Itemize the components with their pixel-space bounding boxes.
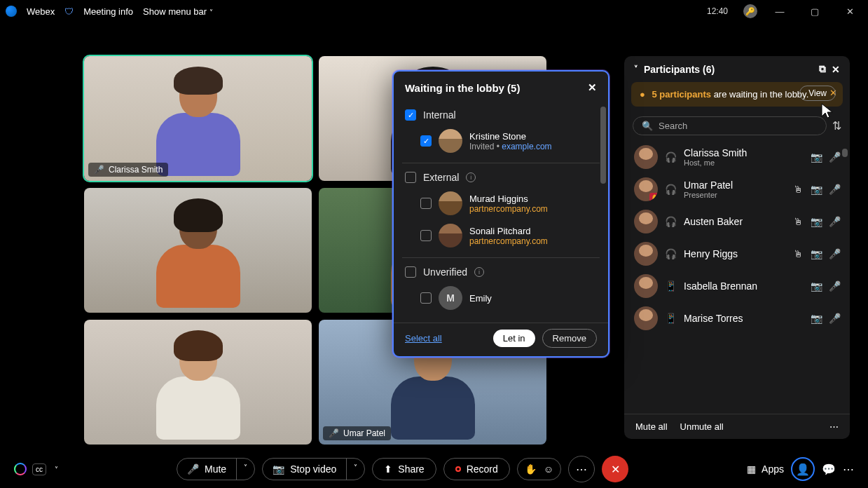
info-icon[interactable]: i — [474, 267, 484, 277]
checkbox-external[interactable] — [405, 172, 416, 183]
camera-icon[interactable]: 📷 — [811, 216, 822, 227]
mic-on-icon[interactable]: 🎤 — [829, 151, 840, 163]
participant-name: Austen Baker — [684, 216, 785, 227]
apps-grid-icon: ▦ — [747, 463, 756, 475]
mute-button[interactable]: 🎤Mute ˅ — [177, 458, 255, 480]
headset-icon: 🎧 — [665, 216, 677, 227]
participant-row[interactable]: 🎧 Clarissa SmithHost, me 📷 🎤 — [624, 141, 850, 173]
participants-close-button[interactable]: ✕ — [832, 64, 840, 75]
checkbox-unverified[interactable] — [405, 266, 416, 278]
domain-link[interactable]: example.com — [502, 142, 551, 151]
participant-sub: Host, me — [684, 158, 804, 167]
person-name: Murad Higgins — [469, 194, 548, 204]
bottom-more-icon[interactable]: ⋯ — [843, 463, 854, 476]
camera-icon[interactable]: 📷 — [811, 280, 822, 292]
info-icon[interactable]: i — [466, 172, 476, 182]
avatar-initial: M — [439, 286, 462, 310]
lobby-person-row[interactable]: Sonali Pitchard partnercompany.com — [405, 219, 597, 252]
participant-row[interactable]: 🎧 Henry Riggs 🖱 📷 🎤 — [624, 238, 850, 270]
clock: 12:40 — [707, 6, 728, 16]
meeting-shield-icon[interactable]: 🛡 — [64, 6, 74, 17]
record-icon — [455, 466, 461, 472]
avatar — [439, 129, 462, 153]
checkbox-internal[interactable]: ✓ — [405, 109, 416, 121]
more-options-button[interactable]: ⋯ — [568, 456, 595, 482]
domain-link[interactable]: partnercompany.com — [469, 204, 548, 214]
mouse-icon: 🖱 — [792, 216, 804, 227]
assistant-icon[interactable] — [14, 463, 27, 475]
share-button[interactable]: ⬆Share — [372, 458, 436, 480]
participants-toggle-button[interactable]: 👤 — [791, 457, 815, 481]
chat-button[interactable]: 💬 — [822, 463, 836, 476]
checkbox-person[interactable]: ✓ — [420, 135, 432, 147]
video-tile-clarissa[interactable]: 🎤Clarissa Smith — [84, 56, 312, 181]
stop-video-button[interactable]: 📷Stop video ˅ — [262, 458, 365, 480]
select-all-link[interactable]: Select all — [405, 333, 442, 344]
mute-options-chevron[interactable]: ˅ — [236, 459, 254, 480]
collapse-icon[interactable]: ˅ — [634, 65, 638, 74]
camera-icon[interactable]: 📷 — [811, 248, 822, 259]
mic-on-icon[interactable]: 🎤 — [829, 184, 840, 195]
camera-icon[interactable]: 📷 — [811, 151, 822, 163]
lobby-person-row[interactable]: Murad Higgins partnercompany.com — [405, 187, 597, 219]
checkbox-person[interactable] — [420, 230, 432, 241]
meeting-info[interactable]: Meeting info — [83, 6, 133, 17]
chevron-down-icon[interactable]: ˅ — [55, 466, 58, 473]
lobby-close-button[interactable]: ✕ — [588, 81, 597, 94]
window-minimize-button[interactable]: — — [767, 6, 792, 17]
camera-icon[interactable]: 📷 — [811, 184, 822, 195]
lobby-person-row[interactable]: ✓ Kristine Stone Invited • example.com — [405, 125, 597, 157]
apps-button[interactable]: ▦Apps — [747, 463, 784, 475]
mouse-icon: 🖱 — [792, 184, 804, 195]
reactions-button[interactable]: ✋ ☺ — [517, 458, 561, 480]
avatar — [439, 191, 462, 215]
checkbox-person[interactable] — [420, 198, 432, 209]
mic-muted-icon[interactable]: 🎤 — [829, 248, 840, 259]
lobby-panel: Waiting in the lobby (5) ✕ ✓ Internal ✓ … — [392, 70, 609, 358]
camera-icon[interactable]: 📷 — [811, 313, 822, 324]
cc-button[interactable]: cc — [32, 463, 46, 475]
participants-scrollbar[interactable] — [842, 149, 848, 157]
person-icon: 👤 — [796, 463, 810, 476]
participants-more-icon[interactable]: ⋯ — [829, 421, 839, 432]
participant-row[interactable]: 📱 Isabella Brennan 📷 🎤 — [624, 270, 850, 302]
participant-row[interactable]: 🎧 Austen Baker 🖱 📷 🎤 — [624, 205, 850, 238]
record-button[interactable]: Record — [443, 458, 510, 480]
mic-muted-icon[interactable]: 🎤 — [829, 313, 840, 324]
share-icon: ⬆ — [384, 463, 392, 475]
unmute-all-button[interactable]: Unmute all — [680, 421, 724, 432]
window-close-button[interactable]: ✕ — [837, 6, 862, 17]
avatar — [634, 145, 658, 169]
mute-all-button[interactable]: Mute all — [635, 421, 668, 432]
participants-title: Participants (6) — [644, 64, 715, 75]
window-maximize-button[interactable]: ▢ — [802, 6, 827, 17]
end-call-button[interactable]: ✕ — [602, 456, 628, 482]
video-tile[interactable]: 🎤 — [84, 320, 312, 445]
sort-icon[interactable]: ⇅ — [832, 119, 841, 133]
participants-list: 🎧 Clarissa SmithHost, me 📷 🎤 ✋ 🎧 Umar Pa… — [624, 141, 850, 414]
mouse-cursor-icon — [820, 102, 834, 119]
search-icon: 🔍 — [642, 121, 653, 131]
domain-link[interactable]: partnercompany.com — [469, 236, 548, 246]
participant-name: Henry Riggs — [684, 248, 785, 259]
video-options-chevron[interactable]: ˅ — [346, 459, 364, 480]
mic-muted-icon[interactable]: 🎤 — [829, 216, 840, 227]
participant-row[interactable]: ✋ 🎧 Umar PatelPresenter 🖱 📷 🎤 — [624, 173, 850, 205]
let-in-button[interactable]: Let in — [493, 330, 535, 347]
lobby-scrollbar[interactable] — [600, 107, 606, 184]
participants-search-input[interactable]: 🔍 Search — [633, 116, 827, 135]
remove-button[interactable]: Remove — [542, 329, 597, 348]
lobby-person-row[interactable]: M Emily — [405, 282, 597, 314]
popout-icon[interactable]: ⧉ — [819, 63, 826, 75]
banner-rest: are waiting in the lobby. — [711, 89, 808, 100]
checkbox-person[interactable] — [420, 292, 432, 304]
section-label: Internal — [423, 109, 456, 121]
lobby-section-unverified: Unverified i M Emily — [402, 257, 600, 320]
show-menu-bar[interactable]: Show menu bar˅ — [143, 6, 213, 17]
encryption-key-icon[interactable]: 🔑 — [743, 4, 757, 18]
banner-view-button[interactable]: View — [799, 86, 836, 101]
mic-muted-icon[interactable]: 🎤 — [829, 280, 840, 292]
video-tile[interactable]: 🎤 — [84, 188, 312, 313]
avatar — [634, 210, 658, 233]
participant-row[interactable]: 📱 Marise Torres 📷 🎤 — [624, 302, 850, 334]
